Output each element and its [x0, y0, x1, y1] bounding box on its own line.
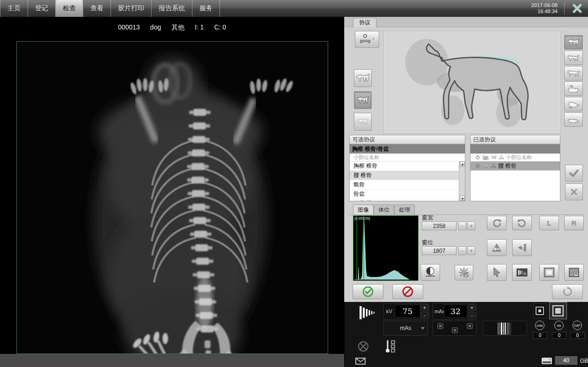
- dog-mini-icon: [490, 155, 497, 160]
- full-window-button[interactable]: [539, 264, 559, 281]
- barcode-box[interactable]: [483, 321, 527, 336]
- chosen-list-title: 已选协议: [470, 135, 560, 144]
- species-reptile-button[interactable]: [564, 112, 583, 127]
- top-menu-bar: 主页 登记 检查 查看 胶片打印 报告系统 服务 2017-06-08 16:4…: [0, 0, 588, 17]
- histogram-panel[interactable]: [0,65535]: [353, 215, 419, 281]
- kv-plus-button[interactable]: +: [421, 304, 428, 311]
- tab-image[interactable]: 图像: [353, 205, 374, 214]
- slim-dog-icon: [356, 117, 369, 127]
- histogram-shape: [354, 220, 409, 279]
- species-rabbit-button[interactable]: [564, 81, 583, 96]
- menu-exam[interactable]: 检查: [56, 0, 83, 17]
- small-focus-button[interactable]: [533, 303, 546, 318]
- dog-type-medium-button[interactable]: [354, 91, 372, 109]
- message-envelope-icon[interactable]: [355, 358, 366, 365]
- dog-type-large-button[interactable]: [354, 69, 372, 87]
- exposure-mode-dropdown[interactable]: mAs: [383, 321, 428, 336]
- image-viewer: 000013 dog 其他 I: 1 C: 0: [0, 17, 344, 354]
- auto-window-button[interactable]: [455, 265, 473, 280]
- anatomy-diagram[interactable]: [383, 31, 561, 133]
- confirm-protocol-button[interactable]: [565, 165, 583, 182]
- large-focus-button[interactable]: [549, 302, 567, 319]
- window-level-label: 窗位: [422, 239, 433, 247]
- right-marker-button[interactable]: R: [564, 216, 584, 230]
- rotate-cw-button[interactable]: [512, 216, 532, 230]
- menu-film-print[interactable]: 胶片打印: [111, 0, 152, 17]
- mas-counter-label: mAs: [537, 324, 543, 327]
- divider: [564, 2, 565, 15]
- left-marker-button[interactable]: L: [539, 216, 559, 230]
- x-icon: [570, 188, 578, 196]
- dog-type-small-button[interactable]: [354, 113, 372, 131]
- folder-check-icon: [482, 155, 489, 160]
- rotate-ccw-button[interactable]: [487, 216, 507, 230]
- reject-image-button[interactable]: [392, 284, 423, 299]
- collimator-light-off-icon[interactable]: [358, 341, 369, 352]
- species-bird-button[interactable]: [564, 97, 583, 111]
- available-list-scrollbar[interactable]: [459, 161, 465, 201]
- ms-counter-icon: ms: [554, 321, 564, 330]
- menu-view[interactable]: 查看: [83, 0, 111, 17]
- protocol-item[interactable]: 骨盆: [350, 190, 465, 199]
- patient-position-button[interactable]: [355, 31, 379, 48]
- window-width-minus-button[interactable]: -: [458, 221, 466, 230]
- scroll-up-arrow-icon[interactable]: [460, 161, 465, 167]
- menu-report-system[interactable]: 报告系统: [152, 0, 192, 17]
- viewer-bottom-strip: [0, 354, 344, 367]
- free-storage-value: 40: [555, 356, 577, 365]
- tab-protocol[interactable]: 协议: [353, 18, 376, 27]
- window-width-plus-button[interactable]: +: [467, 221, 475, 230]
- protocol-item-selected[interactable]: 腰 椎骨: [350, 171, 465, 180]
- image-thumbnail-icon: [516, 268, 528, 277]
- kv-minus-button[interactable]: -: [421, 312, 428, 318]
- menu-service[interactable]: 服务: [192, 0, 220, 17]
- divider: [349, 214, 584, 215]
- cat-icon: [567, 53, 580, 63]
- window-level-value: 1807: [422, 246, 456, 255]
- aec-chamber-right-button[interactable]: [467, 323, 473, 329]
- protocol-item[interactable]: 胸椎 椎骨: [350, 161, 465, 171]
- species-cat-button[interactable]: [564, 51, 583, 65]
- close-icon: [573, 4, 582, 13]
- mas-plus-button[interactable]: +: [468, 304, 476, 311]
- stocky-dog-icon: [356, 73, 370, 83]
- save-region-button[interactable]: [564, 264, 584, 281]
- flip-vertical-button[interactable]: [487, 239, 507, 256]
- datetime-display: 2017-06-08 16:48:34: [531, 2, 558, 15]
- chevron-down-icon: [421, 327, 425, 330]
- mas-minus-button[interactable]: -: [468, 312, 476, 318]
- reset-icon: [562, 286, 573, 297]
- select-tool-button[interactable]: [487, 264, 507, 281]
- protocol-group-row[interactable]: 胸椎 椎骨/骨盆: [350, 144, 465, 154]
- mas-counter-value: 0: [533, 332, 547, 339]
- thumbnail-view-button[interactable]: [512, 264, 532, 281]
- scroll-down-arrow-icon[interactable]: [460, 196, 465, 201]
- dap-counter-label: DAP: [574, 324, 580, 327]
- window-level-minus-button[interactable]: -: [458, 246, 466, 255]
- reset-button[interactable]: [552, 284, 583, 299]
- dap-counter-icon: DAP: [573, 321, 582, 330]
- flip-horizontal-button[interactable]: [512, 239, 532, 256]
- dog-mini-icon: [482, 164, 489, 169]
- accept-image-button[interactable]: [353, 284, 383, 299]
- aec-chamber-left-button[interactable]: [437, 323, 443, 329]
- species-dog-button[interactable]: [564, 35, 583, 50]
- tab-position[interactable]: 体位: [374, 205, 394, 214]
- dog-anatomy-figure: [384, 31, 560, 133]
- flip-horizontal-icon: [516, 242, 528, 253]
- invert-button[interactable]: [420, 264, 440, 281]
- window-width-label: 窗宽: [422, 214, 433, 222]
- menu-home[interactable]: 主页: [0, 0, 28, 17]
- protocol-item[interactable]: 骶骨: [350, 180, 465, 190]
- menu-register[interactable]: 登记: [28, 0, 56, 17]
- radiograph-image[interactable]: [16, 41, 328, 354]
- protocol-item[interactable]: 尾椎 椎骨: [350, 199, 465, 201]
- close-button[interactable]: [571, 2, 583, 15]
- remove-protocol-button[interactable]: [565, 184, 583, 200]
- species-horse-button[interactable]: [564, 66, 583, 81]
- window-level-plus-button[interactable]: +: [467, 246, 475, 255]
- aec-chamber-center-button[interactable]: [452, 327, 458, 333]
- tab-processing[interactable]: 处理: [394, 205, 415, 214]
- chosen-protocol-item[interactable]: 腰 椎骨: [470, 161, 560, 171]
- rabbit-icon: [567, 84, 580, 94]
